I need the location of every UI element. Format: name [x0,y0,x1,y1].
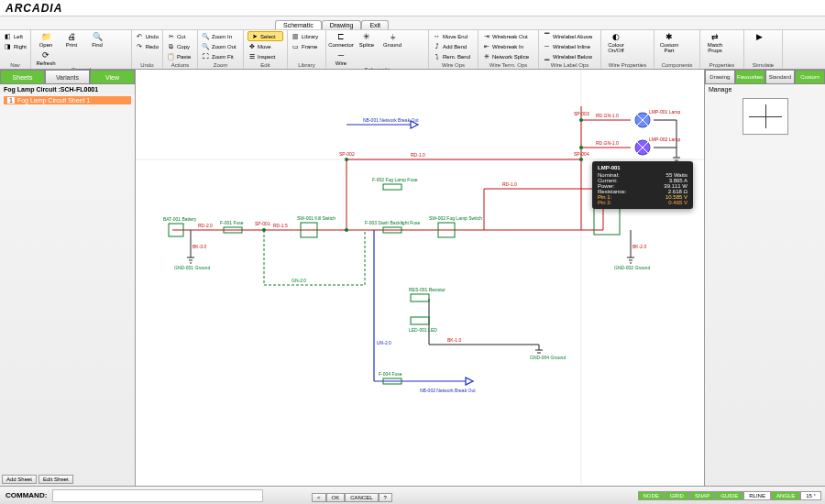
svg-text:F-001 Fuse: F-001 Fuse [220,220,244,225]
custom-part-button[interactable]: ✱Custom Part [658,31,680,53]
toggle-rline[interactable]: RLINE [743,491,771,500]
command-bar: COMMAND: < OK CANCEL ? NODE GRID SNAP GU… [0,486,825,504]
svg-text:GND-002 Ground: GND-002 Ground [614,265,650,270]
label-inline-icon: ─ [543,42,551,50]
wirebreak-in-button[interactable]: ⇤Wirebreak In [482,41,534,51]
add-bend-button[interactable]: ⤴Add Bend [433,41,474,51]
svg-text:RD.GN-1.0: RD.GN-1.0 [596,140,619,146]
add-sheet-button[interactable]: Add Sheet [2,475,37,484]
square-icon: ◨ [4,42,12,50]
group-nav-label: Nav [4,61,27,69]
cmd-help-button[interactable]: ? [379,493,392,502]
frame-button[interactable]: ▭Frame [292,41,322,51]
wirelabel-above-button[interactable]: ▔Wirelabel Above [543,31,597,41]
wirelabel-inline-button[interactable]: ─Wirelabel Inline [543,41,597,51]
toggle-grid[interactable]: GRID [665,491,689,500]
cmd-ok-button[interactable]: OK [326,493,346,502]
colour-icon: ◐ [610,31,622,42]
undo-button[interactable]: ↶Undo [136,31,159,41]
wirelabel-below-button[interactable]: ▁Wirelabel Below [543,51,597,61]
match-props-button[interactable]: ⇄Match Props [704,31,726,53]
tree-item-label: Fog Lamp Circuit Sheet 1 [17,97,90,104]
group-properties-label: Properties [704,61,740,69]
tab-drawing[interactable]: Drawing [322,20,362,29]
custom-part-icon: ✱ [664,31,675,42]
angle-value[interactable]: 15 ° [800,491,821,500]
symbol-preview[interactable] [742,98,788,135]
tab-view[interactable]: View [90,70,135,84]
tab-variants[interactable]: Variants [45,70,90,84]
rtab-custom[interactable]: Custom [795,70,825,84]
toggle-angle[interactable]: ANGLE [771,491,800,500]
select-button[interactable]: ➤Select [248,31,283,41]
cursor-icon: ➤ [250,32,258,40]
rtab-drawing[interactable]: Drawing [705,70,735,84]
connector-icon: ⊏ [336,31,346,42]
right-panel: Drawing Favourites Standard Custom Manag… [704,70,825,486]
svg-text:RD-1.0: RD-1.0 [502,181,517,187]
group-zoom-label: Zoom [202,61,239,69]
svg-text:RES-001 Resistor: RES-001 Resistor [409,287,446,292]
svg-text:UN-2.0: UN-2.0 [377,340,391,345]
wirebreak-out-button[interactable]: ⇥Wirebreak Out [482,31,534,41]
cut-button[interactable]: ✂Cut [167,31,193,41]
svg-text:RD-2.0: RD-2.0 [198,223,213,228]
svg-text:SP-004: SP-004 [574,151,589,157]
rem-bend-button[interactable]: ⤵Rem. Bend [433,51,474,61]
wirebreak-out-icon: ⇥ [482,32,490,40]
svg-point-46 [579,118,583,122]
print-button[interactable]: 🖨Print [60,31,82,48]
svg-text:LMP-001 Lamp: LMP-001 Lamp [649,109,680,115]
zoom-in-button[interactable]: 🔍Zoom In [202,31,239,41]
group-wirelabelops-label: Wire Label Ops [543,61,597,69]
label-below-icon: ▁ [543,52,551,60]
tab-sheets[interactable]: Sheets [0,70,45,84]
toggle-guide[interactable]: GUIDE [715,491,743,500]
cmd-cancel-button[interactable]: CANCEL [345,493,378,502]
svg-point-44 [345,158,348,161]
wire-button[interactable]: ─Wire [330,49,352,66]
copy-icon: ⧉ [167,42,175,50]
ribbon: ◧Left ◨Right Nav 📁Open 🖨Print 🔍Find ⟳Ref… [0,29,825,70]
rtab-favourites[interactable]: Favourites [735,70,765,84]
redo-button[interactable]: ↷Redo [136,41,159,51]
toggle-snap[interactable]: SNAP [689,491,715,500]
splice-button[interactable]: ✳Splice [356,31,378,48]
ground-button[interactable]: ⏚Ground [381,31,403,48]
nav-left[interactable]: ◧Left [4,31,27,41]
tree-item[interactable]: 1 Fog Lamp Circuit Sheet 1 [4,96,131,104]
svg-rect-33 [411,294,429,301]
tab-schematic[interactable]: Schematic [275,20,322,29]
toggle-node[interactable]: NODE [638,491,665,500]
refresh-icon: ⟳ [40,49,51,60]
nav-right[interactable]: ◨Right [4,41,27,51]
zoom-in-icon: 🔍 [202,32,210,40]
library-button[interactable]: ▥Library [292,31,322,41]
inspect-icon: ☰ [248,52,256,60]
rem-bend-icon: ⤵ [433,52,441,60]
inspect-button[interactable]: ☰Inspect [248,51,283,61]
colour-toggle-button[interactable]: ◐Colour On/Off [605,31,627,53]
svg-text:SW-001 Kill Switch: SW-001 Kill Switch [297,215,336,221]
network-splice-button[interactable]: ✳Network Splice [482,51,534,61]
redo-icon: ↷ [136,42,144,50]
schematic-canvas[interactable]: BAT-001 Battery F-001 Fuse SW-001 Kill S… [136,70,704,486]
rtab-standard[interactable]: Standard [765,70,796,84]
connector-button[interactable]: ⊏Connector [330,31,352,48]
tab-exit[interactable]: Exit [361,20,389,29]
simulate-button[interactable]: ▶ [748,31,770,42]
move-end-button[interactable]: ↔Move End [433,31,474,41]
svg-text:F-003 Dash Backlight Fuse: F-003 Dash Backlight Fuse [365,220,421,225]
cmd-back-button[interactable]: < [312,493,326,502]
zoom-out-button[interactable]: 🔍Zoom Out [202,41,239,51]
command-input[interactable] [52,489,263,502]
svg-point-47 [579,146,583,149]
zoom-fit-button[interactable]: ⛶Zoom Fit [202,51,239,61]
move-button[interactable]: ✥Move [248,41,283,51]
open-button[interactable]: 📁Open [35,31,57,48]
copy-button[interactable]: ⧉Copy [167,41,193,51]
paste-button[interactable]: 📋Paste [167,51,193,61]
edit-sheet-button[interactable]: Edit Sheet [38,475,73,484]
refresh-button[interactable]: ⟳Refresh [35,49,57,66]
find-button[interactable]: 🔍Find [86,31,108,48]
